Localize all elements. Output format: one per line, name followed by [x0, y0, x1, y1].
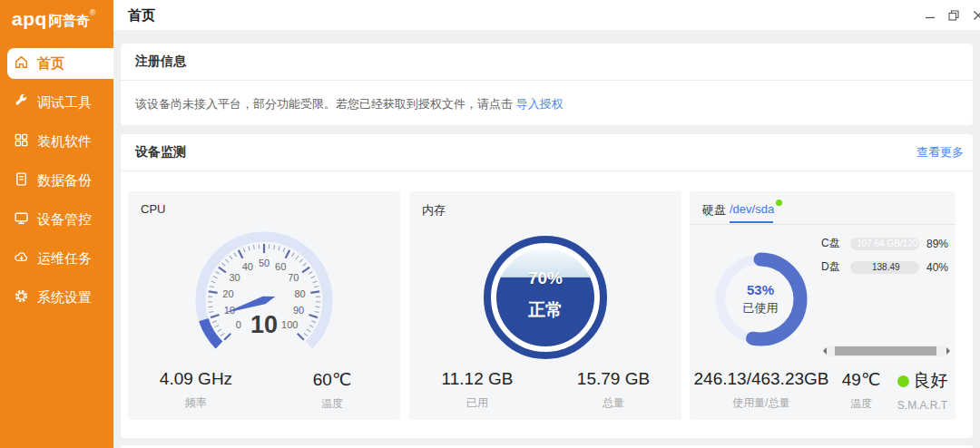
- disk-temperature-label: 温度: [850, 396, 872, 412]
- cloud-download-icon: [14, 249, 29, 268]
- svg-text:50: 50: [259, 258, 270, 268]
- close-icon: [973, 10, 980, 21]
- sidebar-item-label: 装机软件: [37, 133, 92, 151]
- scrollbar-left-arrow-icon[interactable]: [819, 347, 827, 355]
- sidebar-item-data-backup[interactable]: 数据备份: [0, 165, 113, 196]
- home-icon: [14, 54, 29, 73]
- logo-text: apq: [12, 8, 47, 29]
- sidebar: apq阿普奇® 首页 调试工具 装机软件 数据备份 设备管控 运维任务 系统: [0, 0, 113, 448]
- svg-text:10: 10: [250, 311, 278, 338]
- smart-status-label: S.M.A.R.T: [897, 399, 947, 412]
- restore-icon: [948, 10, 959, 21]
- registration-title: 注册信息: [135, 54, 186, 70]
- import-authorization-link[interactable]: 导入授权: [516, 97, 564, 111]
- svg-text:20: 20: [222, 288, 233, 299]
- sidebar-item-label: 首页: [37, 55, 64, 73]
- sidebar-item-label: 数据备份: [37, 172, 92, 190]
- svg-text:60: 60: [275, 261, 286, 272]
- cpu-stats: 4.09 GHz 频率 60℃ 温度: [128, 369, 400, 412]
- partition-bar-text: 107.64 GB/120: [857, 239, 917, 249]
- disk-stats: 246.13/463.23GB 使用量/总量 49℃ 温度 良好 S.M.A.R…: [690, 369, 956, 412]
- cpu-gauge-chart: 010203040506070809010010: [128, 217, 400, 366]
- window-titlebar: 首页: [113, 0, 980, 30]
- memory-liquid-gauge: 70% 正常: [484, 236, 607, 359]
- sidebar-item-ops-tasks[interactable]: 运维任务: [0, 243, 113, 274]
- disk-usage-donut-chart: 53% 已使用: [710, 249, 810, 349]
- disk-tab-label: /dev/sda: [730, 202, 774, 216]
- svg-text:100: 100: [281, 319, 298, 330]
- gear-icon: [14, 288, 29, 307]
- sidebar-item-installed-software[interactable]: 装机软件: [0, 126, 113, 157]
- memory-total-value: 15.79 GB: [577, 369, 650, 389]
- memory-percent: 70%: [528, 268, 563, 288]
- svg-text:80: 80: [294, 288, 305, 299]
- memory-stats: 11.12 GB 已用 15.79 GB 总量: [409, 369, 681, 411]
- cpu-card-title: CPU: [141, 202, 165, 216]
- minimize-button[interactable]: [924, 9, 936, 22]
- memory-used-stat: 11.12 GB 已用: [409, 369, 545, 411]
- view-more-link[interactable]: 查看更多: [916, 144, 964, 161]
- registration-message: 该设备尚未接入平台，部分功能受限。若您已经获取到授权文件，请点击 导入授权: [121, 81, 973, 112]
- disk-status-dot: [776, 200, 782, 206]
- memory-fill: 70% 正常: [496, 248, 594, 346]
- cpu-card: CPU 010203040506070809010010 4.09 GHz 频率…: [128, 191, 400, 420]
- memory-used-label: 已用: [466, 395, 488, 411]
- scrollbar-track[interactable]: [828, 346, 946, 356]
- sidebar-item-label: 运维任务: [37, 250, 92, 268]
- smart-status: 良好: [897, 369, 948, 393]
- partition-percent: 89%: [926, 238, 948, 250]
- disk-tab-underline: [730, 221, 773, 223]
- svg-text:40: 40: [242, 261, 253, 272]
- smart-status-green-dot-icon: [897, 375, 909, 387]
- disk-temperature-stat: 49℃ 温度: [833, 369, 889, 412]
- memory-card: 内存 70% 正常 11.12 GB 已用 15.79 GB 总量: [409, 191, 681, 420]
- cpu-frequency-label: 频率: [185, 395, 207, 411]
- partition-row-d: D盘 138.49 40%: [821, 260, 957, 274]
- disk-used-label: 已使用: [743, 300, 779, 317]
- disk-tab-dev-sda[interactable]: /dev/sda: [730, 202, 774, 216]
- scrollbar-thumb[interactable]: [835, 346, 936, 355]
- wrench-icon: [14, 93, 29, 112]
- sidebar-item-debug-tools[interactable]: 调试工具: [0, 87, 113, 118]
- scrollbar-right-arrow-icon[interactable]: [946, 347, 954, 355]
- logo-cn: 阿普奇: [49, 13, 90, 28]
- disk-tab-row: 硬盘 /dev/sda: [690, 191, 956, 225]
- memory-card-title: 内存: [422, 202, 446, 219]
- disk-smart-stat: 良好 S.M.A.R.T: [889, 369, 956, 412]
- minimize-icon: [925, 10, 936, 21]
- sidebar-item-label: 设备管控: [37, 211, 92, 229]
- cpu-frequency-value: 4.09 GHz: [160, 369, 232, 389]
- svg-text:30: 30: [230, 272, 240, 283]
- memory-total-stat: 15.79 GB 总量: [545, 369, 681, 411]
- partition-bar: 138.49: [850, 261, 919, 274]
- monitoring-header: 设备监测 查看更多: [121, 134, 973, 171]
- device-monitoring-panel: 设备监测 查看更多 CPU 010203040506070809010010 4…: [121, 134, 973, 438]
- svg-text:0: 0: [236, 319, 241, 330]
- cpu-temperature-value: 60℃: [313, 369, 351, 390]
- disk-usage-label: 使用量/总量: [732, 395, 789, 411]
- partition-percent: 40%: [926, 261, 948, 274]
- disk-usage-value: 246.13/463.23GB: [694, 369, 829, 389]
- restore-button[interactable]: [947, 9, 960, 22]
- cpu-temperature-label: 温度: [321, 396, 343, 412]
- sidebar-item-home[interactable]: 首页: [7, 48, 113, 79]
- close-button[interactable]: [972, 9, 980, 22]
- registration-header: 注册信息: [121, 44, 973, 81]
- sidebar-item-label: 系统设置: [37, 289, 92, 307]
- sidebar-item-system-settings[interactable]: 系统设置: [0, 282, 113, 313]
- disk-card: 硬盘 /dev/sda 53% 已使用 C盘 107.64 GB/120: [690, 191, 956, 420]
- sidebar-item-device-control[interactable]: 设备管控: [0, 204, 113, 235]
- disk-usage-stat: 246.13/463.23GB 使用量/总量: [690, 369, 833, 412]
- partition-row-c: C盘 107.64 GB/120 89%: [821, 237, 957, 250]
- monitor-icon: [14, 210, 29, 229]
- app-logo: apq阿普奇®: [0, 0, 113, 30]
- registration-message-text: 该设备尚未接入平台，部分功能受限。若您已经获取到授权文件，请点击: [135, 97, 516, 111]
- registered-trademark-icon: ®: [90, 8, 96, 17]
- partition-bar-text: 138.49: [872, 262, 900, 273]
- smart-status-value: 良好: [914, 369, 948, 393]
- memory-status: 正常: [528, 298, 563, 322]
- disk-scrollbar[interactable]: [819, 346, 954, 356]
- sidebar-menu: 首页 调试工具 装机软件 数据备份 设备管控 运维任务 系统设置: [0, 48, 113, 313]
- memory-used-value: 11.12 GB: [442, 369, 514, 389]
- page-title: 首页: [113, 0, 980, 30]
